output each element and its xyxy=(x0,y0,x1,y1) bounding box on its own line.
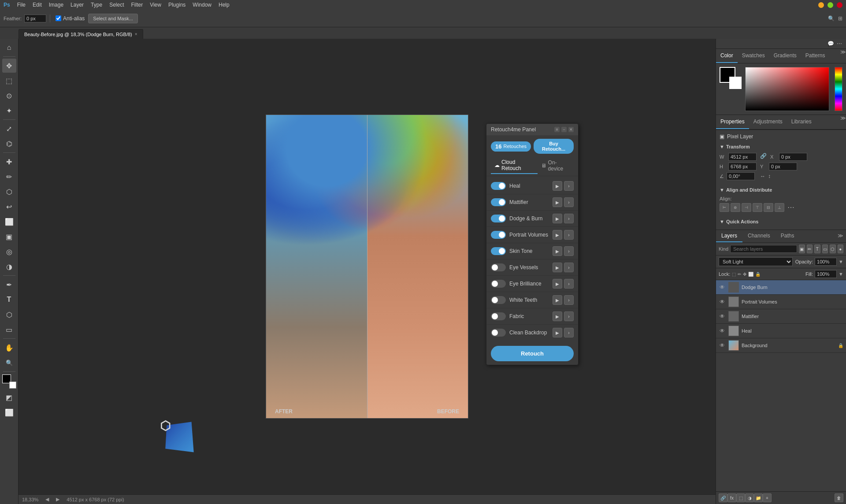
eye-vessels-expand-button[interactable]: › xyxy=(564,263,574,272)
more-options-button[interactable]: ⋯ xyxy=(787,203,794,212)
panel-icon-2[interactable]: ⋯ xyxy=(837,41,842,47)
fabric-options-button[interactable]: ▶ xyxy=(553,311,562,321)
dodge-burn-expand-button[interactable]: › xyxy=(564,214,574,223)
layer-visibility-dodge-burn[interactable]: 👁 xyxy=(719,284,726,291)
delete-layer-button[interactable]: 🗑 xyxy=(835,493,843,502)
zoom-tool[interactable]: 🔍 xyxy=(2,356,16,370)
opacity-input[interactable] xyxy=(815,258,837,266)
color-panel-expand[interactable]: ≫ xyxy=(840,49,846,63)
shape-filter-button[interactable]: ▭ xyxy=(822,245,828,253)
clean-backdrop-toggle[interactable] xyxy=(491,329,506,337)
layer-search-input[interactable] xyxy=(730,245,797,253)
layer-item-dodge-burn[interactable]: 👁 Dodge Burn xyxy=(716,280,846,295)
layer-item-background[interactable]: 👁 Background 🔒 xyxy=(716,338,846,353)
heal-toggle[interactable] xyxy=(491,182,506,190)
brush-tool[interactable]: ✏ xyxy=(2,170,16,184)
eye-vessels-options-button[interactable]: ▶ xyxy=(553,263,562,272)
canvas-image[interactable]: AFTER BEFORE xyxy=(266,115,468,419)
layer-visibility-mattifier[interactable]: 👁 xyxy=(719,313,726,320)
lock-artboard-button[interactable]: ⬜ xyxy=(748,272,753,277)
flip-v-icon[interactable]: ↕ xyxy=(768,173,771,179)
lock-position-button[interactable]: ✏ xyxy=(738,272,741,277)
smart-filter-button[interactable]: ⬡ xyxy=(830,245,836,253)
move-tool[interactable]: ✥ xyxy=(2,59,16,73)
panel-icon-1[interactable]: 💬 xyxy=(827,41,834,47)
shape-tool[interactable]: ▭ xyxy=(2,322,16,337)
eye-vessels-toggle[interactable] xyxy=(491,263,506,271)
history-brush-tool[interactable]: ↩ xyxy=(2,200,16,214)
group-layers-button[interactable]: 📁 xyxy=(754,493,763,502)
select-mask-button[interactable]: Select and Mask... xyxy=(88,14,138,23)
mattifier-toggle[interactable] xyxy=(491,198,506,206)
fabric-toggle[interactable] xyxy=(491,312,506,320)
path-select-tool[interactable]: ⬡ xyxy=(2,308,16,322)
white-teeth-expand-button[interactable]: › xyxy=(564,295,574,305)
quick-actions-section-header[interactable]: ▼ Quick Actions xyxy=(720,217,842,226)
lock-move-button[interactable]: ✥ xyxy=(743,272,746,277)
eye-brilliance-options-button[interactable]: ▶ xyxy=(553,279,562,289)
menu-type[interactable]: Type xyxy=(91,2,102,8)
menu-file[interactable]: File xyxy=(17,2,26,8)
adjustments-tab[interactable]: Adjustments xyxy=(749,115,787,129)
background-color[interactable] xyxy=(9,382,16,389)
menu-filter[interactable]: Filter xyxy=(131,2,143,8)
clean-backdrop-options-button[interactable]: ▶ xyxy=(553,328,562,337)
blur-tool[interactable]: ◎ xyxy=(2,245,16,259)
blend-mode-select[interactable]: Soft Light Normal Multiply Screen Overla… xyxy=(719,257,793,266)
new-layer-button[interactable]: + xyxy=(763,493,772,502)
dodge-burn-toggle[interactable] xyxy=(491,215,506,222)
pixel-filter-button[interactable]: ▣ xyxy=(799,245,805,253)
patterns-tab[interactable]: Patterns xyxy=(801,49,830,63)
document-tab[interactable]: Beauty-Before.jpg @ 18,3% (Dodge Burn, R… xyxy=(19,29,143,39)
layer-filter-toggle[interactable]: ● xyxy=(838,245,844,253)
swatches-tab[interactable]: Swatches xyxy=(738,49,769,63)
flip-h-icon[interactable]: ↔ xyxy=(760,173,765,179)
buy-retouch-button[interactable]: Buy Retouch... xyxy=(534,139,574,154)
skin-tone-toggle[interactable] xyxy=(491,247,506,255)
skin-tone-options-button[interactable]: ▶ xyxy=(553,246,562,256)
crop-tool[interactable]: ⤢ xyxy=(2,122,16,136)
menu-plugins[interactable]: Plugins xyxy=(168,2,186,8)
dodge-tool[interactable]: ◑ xyxy=(2,259,16,274)
heal-expand-button[interactable]: › xyxy=(564,181,574,191)
layer-visibility-portrait-volumes[interactable]: 👁 xyxy=(719,298,726,305)
background-swatch[interactable] xyxy=(729,77,742,89)
portrait-volumes-toggle[interactable] xyxy=(491,231,506,239)
white-teeth-toggle[interactable] xyxy=(491,296,506,304)
window-minimize[interactable] xyxy=(818,2,824,8)
skin-tone-expand-button[interactable]: › xyxy=(564,246,574,256)
eye-brilliance-expand-button[interactable]: › xyxy=(564,279,574,289)
layers-tab[interactable]: Layers xyxy=(716,230,742,242)
screen-mode-tool[interactable]: ⬜ xyxy=(2,405,16,419)
dodge-burn-options-button[interactable]: ▶ xyxy=(553,214,562,223)
menu-view[interactable]: View xyxy=(150,2,161,8)
canvas-content[interactable]: AFTER BEFORE Retouch4me Panel ≡ − ✕ xyxy=(19,39,716,494)
heal-options-button[interactable]: ▶ xyxy=(553,181,562,191)
white-teeth-options-button[interactable]: ▶ xyxy=(553,295,562,305)
align-center-h-button[interactable]: ⊕ xyxy=(731,203,740,212)
adjustment-layer-button[interactable]: ◑ xyxy=(745,493,754,502)
gradients-tab[interactable]: Gradients xyxy=(769,49,801,63)
pen-tool[interactable]: ✒ xyxy=(2,278,16,292)
magic-wand-tool[interactable]: ✦ xyxy=(2,104,16,118)
properties-panel-expand[interactable]: ≫ xyxy=(840,115,846,129)
channels-tab[interactable]: Channels xyxy=(742,230,776,242)
lock-pixels-button[interactable]: ⬚ xyxy=(732,272,736,277)
hue-slider[interactable] xyxy=(835,67,842,111)
color-tab[interactable]: Color xyxy=(716,49,738,63)
fg-bg-color[interactable] xyxy=(2,374,16,389)
align-center-v-button[interactable]: ⊟ xyxy=(764,203,773,212)
mattifier-options-button[interactable]: ▶ xyxy=(553,197,562,207)
paths-tab[interactable]: Paths xyxy=(776,230,800,242)
text-tool[interactable]: T xyxy=(2,293,16,307)
angle-input[interactable] xyxy=(727,172,755,180)
hand-tool[interactable]: ✋ xyxy=(2,341,16,355)
layer-item-portrait-volumes[interactable]: 👁 Portrait Volumes xyxy=(716,295,846,309)
window-maximize[interactable] xyxy=(827,2,833,8)
ps-logo[interactable]: Ps xyxy=(4,2,10,8)
retouch-button[interactable]: Retouch xyxy=(491,346,574,361)
search-icon[interactable]: 🔍 xyxy=(828,15,835,22)
layer-visibility-heal[interactable]: 👁 xyxy=(719,327,726,334)
align-bottom-button[interactable]: ⊥ xyxy=(775,203,784,212)
feather-input[interactable] xyxy=(24,15,46,22)
